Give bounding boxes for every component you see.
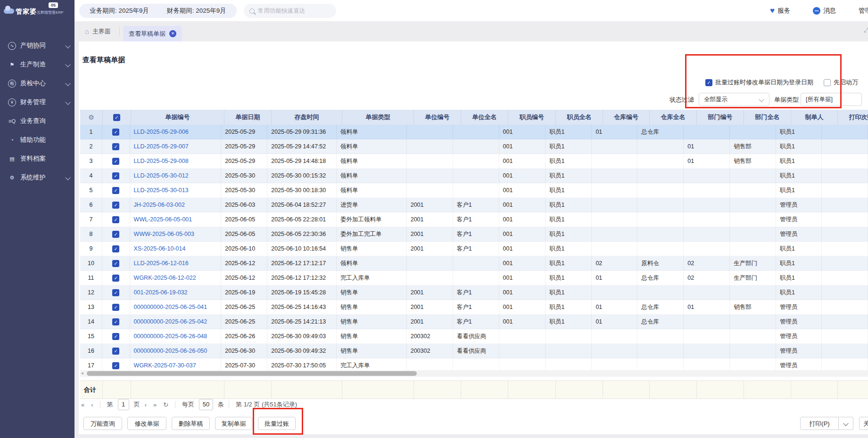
table-row[interactable]: 2✓LLD-2025-05-29-0072025-05-292025-05-29… (80, 139, 868, 154)
option-start-wan[interactable]: 先启动万 (824, 79, 858, 86)
checkbox-checked-icon[interactable]: ✓ (112, 129, 119, 136)
doc-number-link[interactable]: LLD-2025-05-29-007 (134, 143, 189, 150)
header-print-count[interactable]: 打印次数 (838, 110, 868, 125)
doc-number-link[interactable]: LLD-2025-05-29-008 (134, 158, 189, 164)
header-doc-type[interactable]: 单据类型 (342, 110, 414, 125)
checkbox-checked-icon[interactable]: ✓ (112, 260, 119, 267)
option-change-date[interactable]: ✓ 批量过账时修改单据日期为登录日期 (705, 79, 813, 86)
message-button[interactable]: ••• 消息 (813, 7, 836, 15)
header-employee-code[interactable]: 职员编号 (508, 110, 556, 125)
modify-doc-button[interactable]: 修改单据 (127, 417, 166, 430)
sidebar-item-7[interactable]: ▤资料档案 (0, 149, 74, 168)
doc-number-link[interactable]: LLD-2025-05-30-012 (134, 172, 189, 179)
table-row[interactable]: 11✓WGRK-2025-06-12-0222025-06-122025-06-… (80, 271, 868, 285)
close-button[interactable]: 关闭 (859, 417, 868, 430)
prev-page-button[interactable]: ‹ (91, 401, 93, 408)
tab-home[interactable]: ⌂ 主界面 (85, 21, 111, 41)
doc-number-link[interactable]: LLD-2025-06-12-016 (134, 260, 189, 267)
table-row[interactable]: 17✓WGRK-2025-07-30-0372025-07-302025-07-… (80, 358, 868, 370)
sidebar-item-3[interactable]: 检质检中心 (0, 74, 74, 93)
checkbox-checked-icon[interactable]: ✓ (112, 333, 119, 340)
user-name[interactable]: 管理员 (859, 7, 868, 15)
quick-search-input[interactable]: 常用功能快速直达 (244, 4, 336, 18)
table-row[interactable]: 6✓JH-2025-06-03-0022025-06-032025-06-04 … (80, 198, 868, 212)
header-save-time[interactable]: 存盘时间 (272, 110, 342, 125)
header-employee-name[interactable]: 职员全名 (556, 110, 603, 125)
row-checkbox[interactable]: ✓ (102, 300, 130, 315)
first-page-button[interactable]: « (81, 401, 84, 408)
header-dept-name[interactable]: 部门全名 (744, 110, 791, 125)
header-unit-name[interactable]: 单位全名 (461, 110, 508, 125)
copy-doc-button[interactable]: 复制单据 (215, 417, 252, 430)
row-checkbox[interactable]: ✓ (102, 315, 130, 329)
delete-draft-button[interactable]: 删除草稿 (172, 417, 210, 430)
doc-number-link[interactable]: 000000000-2025-06-25-041 (134, 304, 207, 310)
checkbox-checked-icon[interactable]: ✓ (112, 231, 119, 238)
batch-post-button[interactable]: 批量过账 (258, 417, 296, 430)
sidebar-item-4[interactable]: ¥财务管理 (0, 93, 74, 112)
scroll-left-arrow-icon[interactable]: ◂ (81, 371, 83, 375)
row-checkbox[interactable]: ✓ (102, 169, 130, 183)
column-settings-gear-icon[interactable]: ⚙ (80, 110, 103, 125)
doc-number-link[interactable]: 000000000-2025-06-26-048 (134, 333, 207, 340)
sidebar-item-6[interactable]: ◔辅助功能 (0, 130, 74, 149)
table-row[interactable]: 1✓LLD-2025-05-29-0062025-05-292025-05-29… (80, 125, 868, 139)
row-checkbox[interactable]: ✓ (102, 125, 130, 139)
table-row[interactable]: 16✓000000000-2025-06-26-0502025-06-30202… (80, 344, 868, 358)
doc-number-link[interactable]: WGRK-2025-07-30-037 (134, 362, 196, 369)
table-row[interactable]: 9✓XS-2025-06-10-0142025-06-102025-06-10 … (80, 242, 868, 256)
print-dropdown-button[interactable] (839, 417, 853, 430)
table-row[interactable]: 5✓LLD-2025-05-30-0132025-05-302025-05-30… (80, 183, 868, 198)
doc-number-link[interactable]: JH-2025-06-03-002 (134, 202, 185, 208)
row-checkbox[interactable]: ✓ (102, 154, 130, 169)
checkbox-checked-icon[interactable]: ✓ (112, 245, 119, 252)
sidebar-item-1[interactable]: ∿产销协同 (0, 36, 74, 55)
doc-number-link[interactable]: LLD-2025-05-30-013 (134, 187, 189, 194)
page-number-input[interactable]: 1 (118, 399, 129, 410)
row-checkbox[interactable]: ✓ (102, 344, 130, 358)
doc-number-link[interactable]: WWL-2025-06-05-001 (134, 216, 192, 223)
tab-close-icon[interactable]: ✕ (169, 30, 176, 37)
universal-query-button[interactable]: 万能查询 (83, 417, 122, 430)
checkbox-checked-icon[interactable]: ✓ (112, 318, 119, 325)
header-doc-number[interactable]: 单据编号 (131, 110, 224, 125)
refresh-icon[interactable]: ↻ (163, 401, 168, 408)
table-row[interactable]: 3✓LLD-2025-05-29-0082025-05-292025-05-29… (80, 154, 868, 169)
service-button[interactable]: ♥ 服务 (770, 6, 790, 16)
sidebar-item-5[interactable]: ≡Q业务查询 (0, 112, 74, 130)
checkbox-checked-icon[interactable]: ✓ (112, 275, 119, 282)
table-row[interactable]: 12✓001-2025-06-19-0322025-06-192025-06-1… (80, 285, 868, 300)
checkbox-checked-icon[interactable]: ✓ (112, 304, 119, 311)
doc-number-link[interactable]: LLD-2025-05-29-006 (134, 129, 189, 135)
expand-icon[interactable]: ⤢ (864, 26, 868, 34)
table-row[interactable]: 15✓000000000-2025-06-26-0482025-06-26202… (80, 329, 868, 344)
checkbox-checked-icon[interactable]: ✓ (112, 362, 119, 369)
checkbox-checked-icon[interactable]: ✓ (112, 216, 119, 223)
scrollbar-thumb[interactable] (87, 371, 417, 376)
print-button[interactable]: 打印(P) (800, 417, 839, 430)
row-checkbox[interactable]: ✓ (102, 227, 130, 242)
table-row[interactable]: 8✓WWW-2025-06-05-0032025-06-052025-06-05… (80, 227, 868, 242)
row-checkbox[interactable]: ✓ (102, 256, 130, 271)
sidebar-item-2[interactable]: ⚑生产制造 (0, 55, 74, 74)
table-row[interactable]: 7✓WWL-2025-06-05-0012025-06-052025-06-05… (80, 212, 868, 227)
doc-number-link[interactable]: 000000000-2025-06-25-042 (134, 318, 207, 325)
checkbox-checked-icon[interactable]: ✓ (112, 187, 119, 194)
status-filter-select[interactable]: 全部显示 (699, 93, 769, 106)
row-checkbox[interactable]: ✓ (102, 198, 130, 212)
checkbox-checked-icon[interactable]: ✓ (112, 202, 119, 209)
doc-number-link[interactable]: 001-2025-06-19-032 (134, 289, 188, 296)
checkbox-checked-icon[interactable]: ✓ (112, 348, 119, 355)
row-checkbox[interactable]: ✓ (102, 329, 130, 344)
table-row[interactable]: 14✓000000000-2025-06-25-0422025-06-25202… (80, 315, 868, 329)
checkbox-checked-icon[interactable]: ✓ (112, 158, 119, 165)
header-doc-date[interactable]: 单据日期 (224, 110, 272, 125)
doc-number-link[interactable]: XS-2025-06-10-014 (134, 245, 186, 252)
next-page-button[interactable]: › (145, 401, 147, 408)
select-all-checkbox[interactable]: ✓ (103, 110, 131, 125)
per-page-input[interactable]: 50 (199, 399, 213, 410)
checkbox-checked-icon[interactable]: ✓ (112, 172, 119, 179)
row-checkbox[interactable]: ✓ (102, 242, 130, 256)
row-checkbox[interactable]: ✓ (102, 285, 130, 300)
doc-number-link[interactable]: 000000000-2025-06-26-050 (134, 348, 207, 354)
